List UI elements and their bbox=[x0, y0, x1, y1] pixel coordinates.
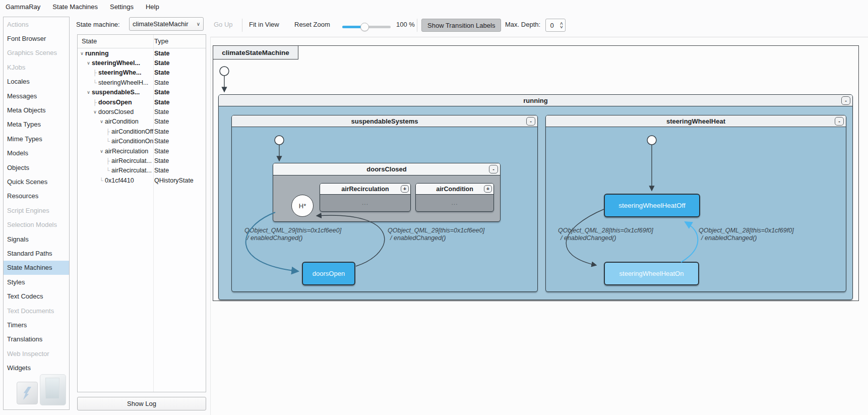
sidebar-item-actions: Actions bbox=[4, 17, 69, 31]
expander-icon[interactable]: ∨ bbox=[92, 109, 98, 114]
tree-row[interactable]: ∨suspendableS...State bbox=[78, 88, 206, 97]
expander-icon[interactable]: ∨ bbox=[98, 119, 105, 124]
state-machine-diagram: climateStateMachine running - suspendabl… bbox=[210, 37, 868, 415]
max-depth-label: Max. Depth: bbox=[505, 21, 540, 28]
toolbar-separator bbox=[417, 19, 417, 32]
region-suspendable-header: suspendableSystems - bbox=[232, 115, 537, 127]
tree-row[interactable]: ∨doorsClosedState bbox=[78, 107, 206, 116]
sidebar-item-selection-models: Selection Models bbox=[4, 217, 69, 231]
zoom-slider-handle[interactable] bbox=[360, 23, 369, 31]
sidebar-item-signals[interactable]: Signals bbox=[4, 232, 69, 246]
sidebar-item-text-codecs[interactable]: Text Codecs bbox=[4, 289, 69, 303]
tree-branch-icon: └ bbox=[105, 167, 111, 173]
tree-row[interactable]: ∨runningState bbox=[78, 48, 206, 58]
sidebar-item-messages[interactable]: Messages bbox=[4, 89, 69, 103]
tree-row[interactable]: ├airConditionOffState bbox=[78, 127, 206, 136]
collapse-button[interactable]: - bbox=[526, 117, 535, 126]
history-state[interactable]: H* bbox=[291, 195, 314, 217]
max-depth-spinbox[interactable]: 0 ∧ ∨ bbox=[545, 19, 566, 32]
sidebar-item-resources[interactable]: Resources bbox=[4, 189, 69, 203]
column-header-state[interactable]: State bbox=[82, 37, 97, 45]
state-air-recirculation-header: airRecirculation + bbox=[320, 184, 410, 195]
sidebar-item-timers[interactable]: Timers bbox=[4, 318, 69, 332]
tree-branch-icon: ├ bbox=[105, 129, 111, 135]
show-transition-labels-toggle[interactable]: Show Transition Labels bbox=[421, 19, 501, 32]
tree-row[interactable]: └airConditionOnState bbox=[78, 137, 206, 146]
sidebar-item-locales[interactable]: Locales bbox=[4, 75, 69, 89]
chevron-down-icon: ∨ bbox=[197, 21, 200, 27]
fit-in-view-button[interactable]: Fit in View bbox=[249, 21, 279, 28]
show-log-button[interactable]: Show Log bbox=[77, 397, 206, 410]
sidebar-item-state-machines[interactable]: State Machines bbox=[4, 261, 69, 275]
state-machine-label: State machine: bbox=[76, 21, 120, 28]
tree-row[interactable]: ├airRecirculat...State bbox=[78, 156, 206, 165]
tool-sidebar: Actions Font Browser Graphics Scenes KJo… bbox=[3, 17, 70, 410]
region-steering-header: steeringWheelHeat - bbox=[546, 115, 846, 127]
watermark-flash-icon bbox=[17, 382, 38, 404]
sidebar-item-objects[interactable]: Objects bbox=[4, 160, 69, 174]
tree-branch-icon: └ bbox=[98, 177, 105, 184]
tree-row[interactable]: ∨airRecirculationState bbox=[78, 146, 206, 156]
sidebar-item-widgets[interactable]: Widgets bbox=[4, 361, 69, 375]
tree-row[interactable]: └steeringWheelH...State bbox=[78, 78, 206, 87]
tree-branch-icon: ├ bbox=[92, 70, 98, 76]
menu-state-machines[interactable]: State Machines bbox=[52, 3, 98, 11]
zoom-percentage: 100 % bbox=[396, 21, 415, 28]
state-machine-combobox[interactable]: climateStateMachir ∨ bbox=[129, 17, 204, 31]
transition-label: QObject_QML_29[this=0x1cf6ee0] / enabled… bbox=[388, 227, 484, 242]
go-up-button: Go Up bbox=[214, 21, 233, 28]
collapse-button[interactable]: - bbox=[489, 165, 498, 173]
combobox-value: climateStateMachir bbox=[133, 20, 196, 28]
tree-row[interactable]: └0x1cf4410QHistoryState bbox=[78, 175, 206, 185]
spinbox-arrows-icon[interactable]: ∧ ∨ bbox=[558, 22, 565, 29]
state-air-condition-header: airCondition + bbox=[416, 184, 493, 195]
zoom-slider[interactable] bbox=[342, 26, 391, 28]
collapse-button[interactable]: - bbox=[841, 96, 850, 105]
sidebar-item-styles[interactable]: Styles bbox=[4, 275, 69, 289]
reset-zoom-button[interactable]: Reset Zoom bbox=[294, 21, 330, 28]
menu-gammaray[interactable]: GammaRay bbox=[6, 3, 40, 11]
tree-row[interactable]: ├steeringWhe...State bbox=[78, 68, 206, 78]
gammaray-window: GammaRay State Machines Settings Help Ac… bbox=[0, 0, 868, 415]
column-header-type[interactable]: Type bbox=[154, 37, 168, 45]
expand-button[interactable]: + bbox=[484, 185, 492, 193]
sidebar-item-mime-types[interactable]: Mime Types bbox=[4, 132, 69, 146]
tree-row[interactable]: ∨airConditionState bbox=[78, 117, 206, 127]
sidebar-item-meta-types[interactable]: Meta Types bbox=[4, 117, 69, 132]
tree-row[interactable]: ∨steeringWheel...State bbox=[78, 58, 206, 68]
state-machine-title-tab: climateStateMachine bbox=[213, 45, 298, 60]
expand-button[interactable]: + bbox=[401, 185, 409, 193]
tree-row[interactable]: ├doorsOpenState bbox=[78, 97, 206, 107]
expander-icon[interactable]: ∨ bbox=[85, 61, 92, 66]
tree-branch-icon: ├ bbox=[92, 99, 98, 105]
watermark-app-icon bbox=[40, 374, 66, 405]
state-air-recirculation[interactable]: airRecirculation + ... bbox=[320, 183, 411, 212]
sidebar-item-standard-paths[interactable]: Standard Paths bbox=[4, 246, 69, 260]
state-doors-closed-header: doorsClosed - bbox=[273, 163, 500, 175]
sidebar-item-font-browser[interactable]: Font Browser bbox=[4, 31, 69, 45]
state-tree-view: State Type ∨runningState ∨steeringWheel.… bbox=[77, 34, 206, 392]
collapse-button[interactable]: - bbox=[835, 117, 844, 126]
spin-down-icon[interactable]: ∨ bbox=[560, 25, 564, 29]
sidebar-item-meta-objects[interactable]: Meta Objects bbox=[4, 103, 69, 117]
collapsed-content-ellipsis: ... bbox=[416, 195, 493, 211]
sidebar-item-script-engines: Script Engines bbox=[4, 203, 69, 217]
menu-settings[interactable]: Settings bbox=[110, 3, 134, 11]
sidebar-item-quick-scenes[interactable]: Quick Scenes bbox=[4, 174, 69, 189]
state-steering-wheel-heat-off[interactable]: steeringWheelHeatOff bbox=[604, 194, 700, 217]
sidebar-item-models[interactable]: Models bbox=[4, 146, 69, 160]
tree-row[interactable]: └airRecirculat...State bbox=[78, 166, 206, 175]
sidebar-item-translations[interactable]: Translations bbox=[4, 332, 69, 346]
expander-icon[interactable]: ∨ bbox=[98, 149, 105, 154]
state-air-condition[interactable]: airCondition + ... bbox=[415, 183, 494, 212]
max-depth-value: 0 bbox=[546, 22, 558, 29]
state-doors-open[interactable]: doorsOpen bbox=[302, 262, 355, 285]
menu-help[interactable]: Help bbox=[146, 3, 159, 11]
expander-icon[interactable]: ∨ bbox=[79, 51, 85, 56]
sidebar-item-kjobs: KJobs bbox=[4, 60, 69, 74]
sidebar-item-graphics-scenes: Graphics Scenes bbox=[4, 46, 69, 60]
state-steering-wheel-heat-on[interactable]: steeringWheelHeatOn bbox=[604, 262, 699, 285]
toolbar-separator bbox=[242, 19, 242, 32]
transition-label: QObject_QML_28[this=0x1cf69f0] / enabled… bbox=[699, 227, 794, 242]
expander-icon[interactable]: ∨ bbox=[85, 90, 92, 95]
